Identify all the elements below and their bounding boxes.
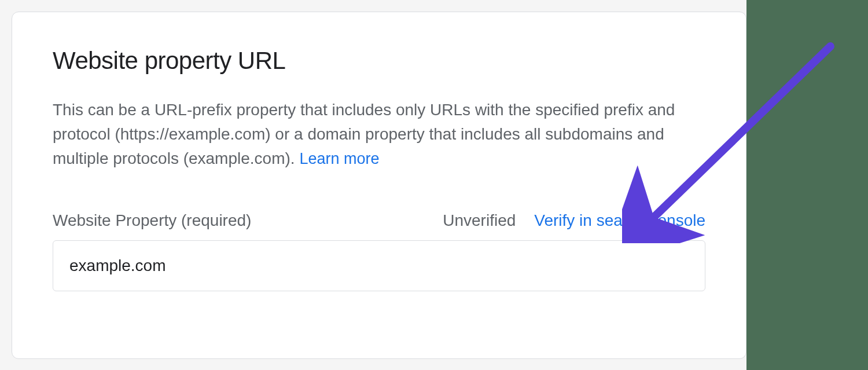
card-description: This can be a URL-prefix property that i… — [53, 98, 705, 171]
field-header-row: Website Property (required) Unverified V… — [53, 211, 705, 230]
decorative-side-panel — [746, 0, 868, 370]
website-property-input[interactable] — [53, 240, 705, 291]
field-label: Website Property (required) — [53, 211, 251, 230]
verification-status: Unverified — [443, 211, 516, 230]
website-property-card: Website property URL This can be a URL-p… — [12, 12, 746, 359]
card-title: Website property URL — [53, 47, 705, 75]
learn-more-link[interactable]: Learn more — [299, 150, 379, 167]
verify-in-search-console-link[interactable]: Verify in search console — [534, 211, 705, 230]
status-group: Unverified Verify in search console — [443, 211, 705, 230]
